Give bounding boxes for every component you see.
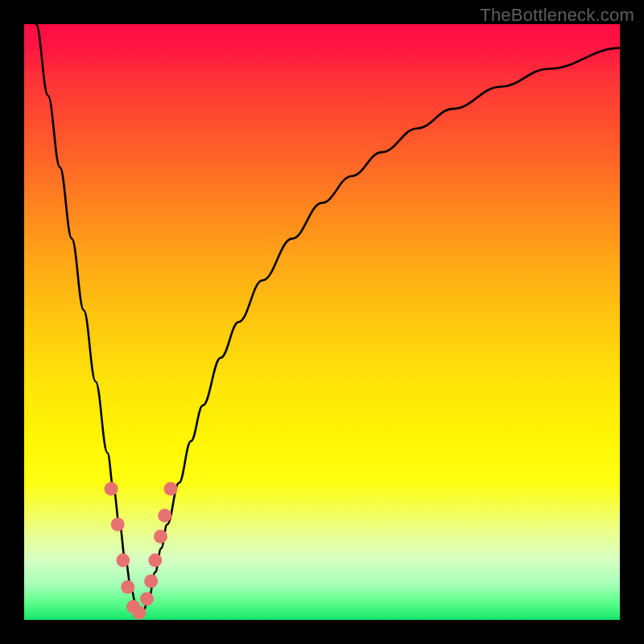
- curve-marker: [140, 592, 154, 606]
- curve-marker: [116, 554, 130, 568]
- curve-marker: [154, 530, 167, 543]
- curve-marker: [148, 554, 162, 568]
- curve-marker: [132, 606, 146, 620]
- curve-marker: [121, 580, 134, 594]
- curve-marker: [144, 574, 158, 588]
- bottleneck-curve-svg: [24, 24, 620, 620]
- curve-marker: [111, 518, 125, 531]
- curve-marker: [164, 482, 178, 496]
- plot-area: [24, 24, 620, 620]
- chart-frame: TheBottleneck.com: [0, 0, 644, 644]
- watermark-text: TheBottleneck.com: [480, 5, 634, 26]
- curve-marker: [105, 482, 118, 496]
- curve-marker: [158, 509, 171, 522]
